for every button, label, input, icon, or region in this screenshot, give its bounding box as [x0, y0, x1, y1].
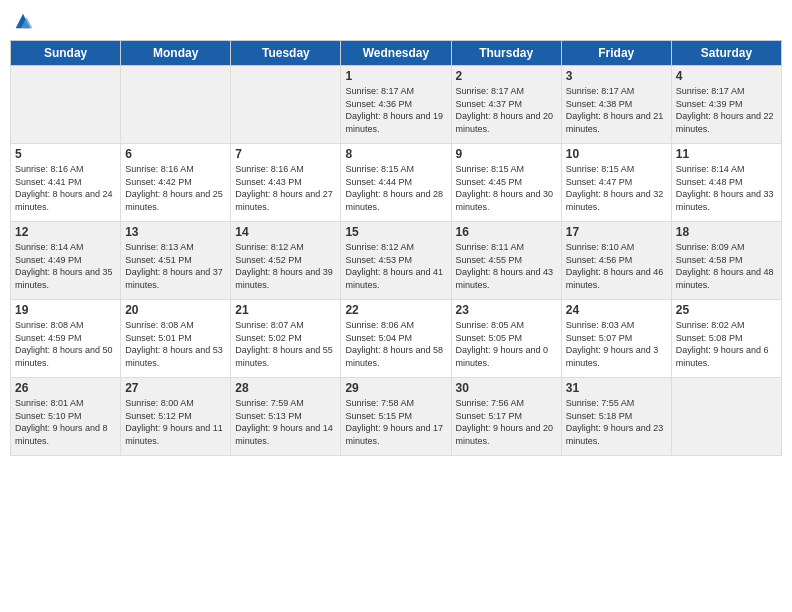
- day-info: Sunrise: 7:56 AM Sunset: 5:17 PM Dayligh…: [456, 397, 557, 447]
- day-info: Sunrise: 8:12 AM Sunset: 4:53 PM Dayligh…: [345, 241, 446, 291]
- day-number: 6: [125, 147, 226, 161]
- weekday-header-sunday: Sunday: [11, 41, 121, 66]
- weekday-header-tuesday: Tuesday: [231, 41, 341, 66]
- day-number: 8: [345, 147, 446, 161]
- day-info: Sunrise: 8:00 AM Sunset: 5:12 PM Dayligh…: [125, 397, 226, 447]
- day-number: 20: [125, 303, 226, 317]
- day-number: 16: [456, 225, 557, 239]
- logo: [10, 10, 34, 32]
- day-info: Sunrise: 8:15 AM Sunset: 4:44 PM Dayligh…: [345, 163, 446, 213]
- day-number: 31: [566, 381, 667, 395]
- day-cell: 16Sunrise: 8:11 AM Sunset: 4:55 PM Dayli…: [451, 222, 561, 300]
- weekday-header-saturday: Saturday: [671, 41, 781, 66]
- day-number: 7: [235, 147, 336, 161]
- day-info: Sunrise: 8:13 AM Sunset: 4:51 PM Dayligh…: [125, 241, 226, 291]
- calendar-container: SundayMondayTuesdayWednesdayThursdayFrid…: [0, 0, 792, 612]
- day-number: 28: [235, 381, 336, 395]
- day-cell: 28Sunrise: 7:59 AM Sunset: 5:13 PM Dayli…: [231, 378, 341, 456]
- week-row-4: 19Sunrise: 8:08 AM Sunset: 4:59 PM Dayli…: [11, 300, 782, 378]
- day-number: 14: [235, 225, 336, 239]
- day-info: Sunrise: 8:15 AM Sunset: 4:47 PM Dayligh…: [566, 163, 667, 213]
- day-cell: 22Sunrise: 8:06 AM Sunset: 5:04 PM Dayli…: [341, 300, 451, 378]
- day-info: Sunrise: 8:01 AM Sunset: 5:10 PM Dayligh…: [15, 397, 116, 447]
- day-cell: 11Sunrise: 8:14 AM Sunset: 4:48 PM Dayli…: [671, 144, 781, 222]
- day-number: 24: [566, 303, 667, 317]
- day-info: Sunrise: 8:06 AM Sunset: 5:04 PM Dayligh…: [345, 319, 446, 369]
- day-info: Sunrise: 8:14 AM Sunset: 4:49 PM Dayligh…: [15, 241, 116, 291]
- weekday-header-thursday: Thursday: [451, 41, 561, 66]
- day-info: Sunrise: 8:16 AM Sunset: 4:41 PM Dayligh…: [15, 163, 116, 213]
- week-row-3: 12Sunrise: 8:14 AM Sunset: 4:49 PM Dayli…: [11, 222, 782, 300]
- day-number: 13: [125, 225, 226, 239]
- day-info: Sunrise: 7:59 AM Sunset: 5:13 PM Dayligh…: [235, 397, 336, 447]
- day-cell: 21Sunrise: 8:07 AM Sunset: 5:02 PM Dayli…: [231, 300, 341, 378]
- day-info: Sunrise: 8:16 AM Sunset: 4:43 PM Dayligh…: [235, 163, 336, 213]
- week-row-2: 5Sunrise: 8:16 AM Sunset: 4:41 PM Daylig…: [11, 144, 782, 222]
- day-number: 15: [345, 225, 446, 239]
- day-cell: [671, 378, 781, 456]
- day-cell: 27Sunrise: 8:00 AM Sunset: 5:12 PM Dayli…: [121, 378, 231, 456]
- day-cell: 29Sunrise: 7:58 AM Sunset: 5:15 PM Dayli…: [341, 378, 451, 456]
- day-cell: 20Sunrise: 8:08 AM Sunset: 5:01 PM Dayli…: [121, 300, 231, 378]
- day-cell: 12Sunrise: 8:14 AM Sunset: 4:49 PM Dayli…: [11, 222, 121, 300]
- day-cell: 31Sunrise: 7:55 AM Sunset: 5:18 PM Dayli…: [561, 378, 671, 456]
- day-info: Sunrise: 8:16 AM Sunset: 4:42 PM Dayligh…: [125, 163, 226, 213]
- day-cell: 2Sunrise: 8:17 AM Sunset: 4:37 PM Daylig…: [451, 66, 561, 144]
- week-row-1: 1Sunrise: 8:17 AM Sunset: 4:36 PM Daylig…: [11, 66, 782, 144]
- day-number: 3: [566, 69, 667, 83]
- day-info: Sunrise: 8:08 AM Sunset: 5:01 PM Dayligh…: [125, 319, 226, 369]
- day-number: 30: [456, 381, 557, 395]
- day-cell: 4Sunrise: 8:17 AM Sunset: 4:39 PM Daylig…: [671, 66, 781, 144]
- day-cell: 15Sunrise: 8:12 AM Sunset: 4:53 PM Dayli…: [341, 222, 451, 300]
- day-info: Sunrise: 8:10 AM Sunset: 4:56 PM Dayligh…: [566, 241, 667, 291]
- day-cell: 13Sunrise: 8:13 AM Sunset: 4:51 PM Dayli…: [121, 222, 231, 300]
- day-number: 9: [456, 147, 557, 161]
- day-cell: 23Sunrise: 8:05 AM Sunset: 5:05 PM Dayli…: [451, 300, 561, 378]
- weekday-header-wednesday: Wednesday: [341, 41, 451, 66]
- day-info: Sunrise: 8:03 AM Sunset: 5:07 PM Dayligh…: [566, 319, 667, 369]
- day-number: 5: [15, 147, 116, 161]
- header: [10, 10, 782, 32]
- day-number: 11: [676, 147, 777, 161]
- day-number: 26: [15, 381, 116, 395]
- day-cell: 3Sunrise: 8:17 AM Sunset: 4:38 PM Daylig…: [561, 66, 671, 144]
- day-cell: 6Sunrise: 8:16 AM Sunset: 4:42 PM Daylig…: [121, 144, 231, 222]
- day-number: 10: [566, 147, 667, 161]
- day-info: Sunrise: 8:14 AM Sunset: 4:48 PM Dayligh…: [676, 163, 777, 213]
- day-info: Sunrise: 8:08 AM Sunset: 4:59 PM Dayligh…: [15, 319, 116, 369]
- day-number: 4: [676, 69, 777, 83]
- day-info: Sunrise: 8:02 AM Sunset: 5:08 PM Dayligh…: [676, 319, 777, 369]
- day-number: 27: [125, 381, 226, 395]
- day-number: 22: [345, 303, 446, 317]
- day-cell: 30Sunrise: 7:56 AM Sunset: 5:17 PM Dayli…: [451, 378, 561, 456]
- day-cell: 5Sunrise: 8:16 AM Sunset: 4:41 PM Daylig…: [11, 144, 121, 222]
- day-info: Sunrise: 8:17 AM Sunset: 4:38 PM Dayligh…: [566, 85, 667, 135]
- day-info: Sunrise: 8:05 AM Sunset: 5:05 PM Dayligh…: [456, 319, 557, 369]
- day-info: Sunrise: 8:07 AM Sunset: 5:02 PM Dayligh…: [235, 319, 336, 369]
- day-cell: [11, 66, 121, 144]
- day-info: Sunrise: 8:17 AM Sunset: 4:39 PM Dayligh…: [676, 85, 777, 135]
- calendar-table: SundayMondayTuesdayWednesdayThursdayFrid…: [10, 40, 782, 456]
- day-cell: [121, 66, 231, 144]
- weekday-header-monday: Monday: [121, 41, 231, 66]
- day-number: 19: [15, 303, 116, 317]
- day-cell: 25Sunrise: 8:02 AM Sunset: 5:08 PM Dayli…: [671, 300, 781, 378]
- day-number: 18: [676, 225, 777, 239]
- weekday-header-row: SundayMondayTuesdayWednesdayThursdayFrid…: [11, 41, 782, 66]
- week-row-5: 26Sunrise: 8:01 AM Sunset: 5:10 PM Dayli…: [11, 378, 782, 456]
- day-cell: 8Sunrise: 8:15 AM Sunset: 4:44 PM Daylig…: [341, 144, 451, 222]
- day-cell: 19Sunrise: 8:08 AM Sunset: 4:59 PM Dayli…: [11, 300, 121, 378]
- day-number: 2: [456, 69, 557, 83]
- day-number: 29: [345, 381, 446, 395]
- day-cell: 14Sunrise: 8:12 AM Sunset: 4:52 PM Dayli…: [231, 222, 341, 300]
- day-info: Sunrise: 8:11 AM Sunset: 4:55 PM Dayligh…: [456, 241, 557, 291]
- day-info: Sunrise: 7:55 AM Sunset: 5:18 PM Dayligh…: [566, 397, 667, 447]
- day-number: 12: [15, 225, 116, 239]
- day-number: 1: [345, 69, 446, 83]
- day-number: 17: [566, 225, 667, 239]
- day-number: 21: [235, 303, 336, 317]
- day-cell: 26Sunrise: 8:01 AM Sunset: 5:10 PM Dayli…: [11, 378, 121, 456]
- day-info: Sunrise: 8:09 AM Sunset: 4:58 PM Dayligh…: [676, 241, 777, 291]
- day-cell: 7Sunrise: 8:16 AM Sunset: 4:43 PM Daylig…: [231, 144, 341, 222]
- day-info: Sunrise: 8:17 AM Sunset: 4:37 PM Dayligh…: [456, 85, 557, 135]
